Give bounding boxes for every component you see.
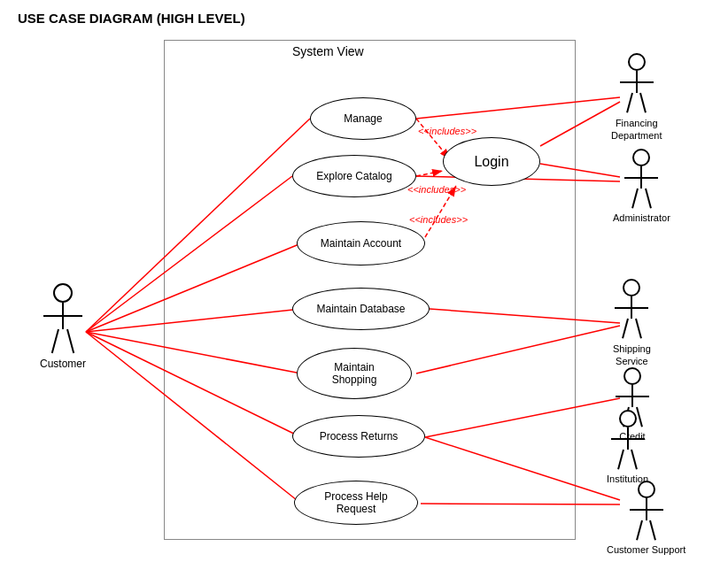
actor-customer-support-label: Customer Support xyxy=(607,544,685,555)
actor-shipping-label: ShippingService xyxy=(613,343,651,368)
actor-customer: Customer xyxy=(40,283,86,370)
usecase-explore-catalog: Explore Catalog xyxy=(292,155,416,197)
actor-financing: FinancingDepartment xyxy=(611,53,662,142)
actor-administrator: Administrator xyxy=(613,149,670,223)
usecase-manage: Manage xyxy=(310,97,416,140)
usecase-maintain-account: Maintain Account xyxy=(297,221,425,266)
diagram-title: USE CASE DIAGRAM (HIGH LEVEL) xyxy=(18,11,245,26)
usecase-login: Login xyxy=(443,137,540,186)
usecase-process-help: Process Help Request xyxy=(294,481,418,525)
usecase-maintain-shopping: Maintain Shopping xyxy=(297,348,412,399)
system-view-label: System View xyxy=(292,44,364,58)
actor-shipping: ShippingService xyxy=(613,279,651,368)
usecase-maintain-database: Maintain Database xyxy=(292,288,430,330)
actor-administrator-label: Administrator xyxy=(613,212,670,223)
actor-institution: Institution xyxy=(607,410,648,484)
actor-customer-support: Customer Support xyxy=(607,481,685,555)
usecase-process-returns: Process Returns xyxy=(292,415,425,458)
actor-financing-label: FinancingDepartment xyxy=(611,117,662,142)
actor-customer-label: Customer xyxy=(40,358,86,370)
